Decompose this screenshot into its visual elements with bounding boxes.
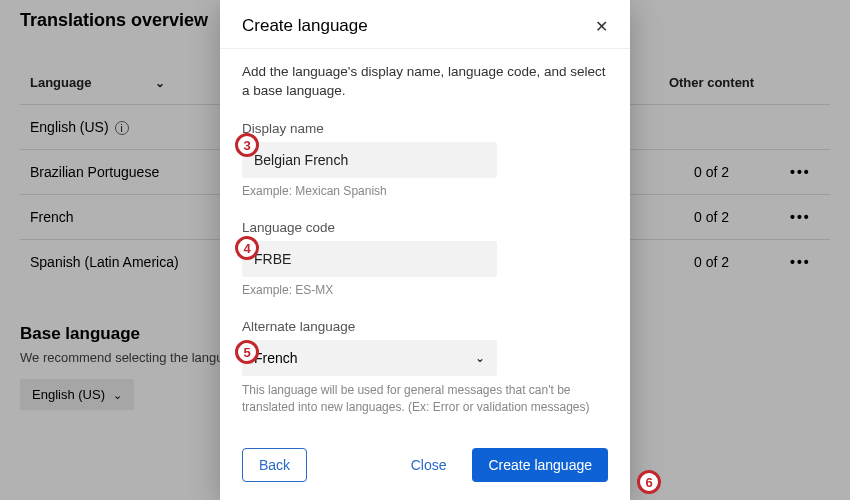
language-code-helper: Example: ES-MX xyxy=(242,283,608,297)
alternate-language-helper: This language will be used for general m… xyxy=(242,382,608,416)
modal-header: Create language ✕ xyxy=(220,0,630,49)
callout-5: 5 xyxy=(235,340,259,364)
close-button[interactable]: Close xyxy=(407,449,451,481)
back-button[interactable]: Back xyxy=(242,448,307,482)
callout-3: 3 xyxy=(235,133,259,157)
callout-4: 4 xyxy=(235,236,259,260)
modal-title: Create language xyxy=(242,16,368,36)
display-name-input[interactable] xyxy=(242,142,497,178)
display-name-helper: Example: Mexican Spanish xyxy=(242,184,608,198)
chevron-down-icon: ⌄ xyxy=(475,351,485,365)
display-name-label: Display name xyxy=(242,121,608,136)
callout-6: 6 xyxy=(637,470,661,494)
close-icon[interactable]: ✕ xyxy=(595,17,608,36)
alternate-language-label: Alternate language xyxy=(242,319,608,334)
modal-description: Add the language's display name, languag… xyxy=(242,63,608,101)
modal-footer: Back Close Create language xyxy=(220,436,630,500)
alternate-language-value: French xyxy=(254,350,298,366)
modal-body: Add the language's display name, languag… xyxy=(220,49,630,436)
alternate-language-select[interactable]: French ⌄ xyxy=(242,340,497,376)
language-code-label: Language code xyxy=(242,220,608,235)
language-code-input[interactable] xyxy=(242,241,497,277)
create-language-button[interactable]: Create language xyxy=(472,448,608,482)
create-language-modal: Create language ✕ Add the language's dis… xyxy=(220,0,630,500)
